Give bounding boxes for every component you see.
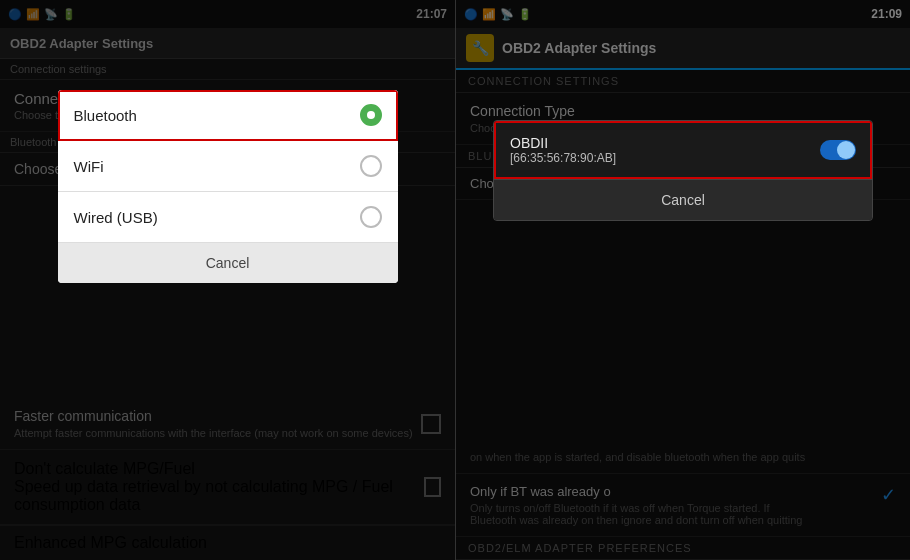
right-panel: 🔵 📶 📡 🔋 21:09 🔧 OBD2 Adapter Settings CO… [455,0,910,560]
left-cancel-button[interactable]: Cancel [58,243,398,283]
left-option-wifi-label: WiFi [74,158,104,175]
left-radio-wifi [360,155,382,177]
left-option-wifi[interactable]: WiFi [58,141,398,192]
left-dialog-overlay: Bluetooth WiFi Wired (USB) Cancel [0,0,455,560]
right-device-name: OBDII [510,135,616,151]
left-option-bluetooth[interactable]: Bluetooth [58,90,398,141]
left-option-bluetooth-label: Bluetooth [74,107,137,124]
right-device-mac: [66:35:56:78:90:AB] [510,151,616,165]
left-panel: 🔵 📶 📡 🔋 21:07 OBD2 Adapter Settings Conn… [0,0,455,560]
right-toggle-button[interactable] [820,140,856,160]
right-option-obdii[interactable]: OBDII [66:35:56:78:90:AB] [494,121,872,179]
left-option-usb[interactable]: Wired (USB) [58,192,398,243]
left-radio-usb [360,206,382,228]
left-option-usb-label: Wired (USB) [74,209,158,226]
right-dialog-overlay: OBDII [66:35:56:78:90:AB] Cancel [456,0,910,560]
right-cancel-button[interactable]: Cancel [494,179,872,220]
right-dialog-box: OBDII [66:35:56:78:90:AB] Cancel [493,120,873,221]
left-dialog-box: Bluetooth WiFi Wired (USB) Cancel [58,90,398,283]
left-radio-bluetooth [360,104,382,126]
